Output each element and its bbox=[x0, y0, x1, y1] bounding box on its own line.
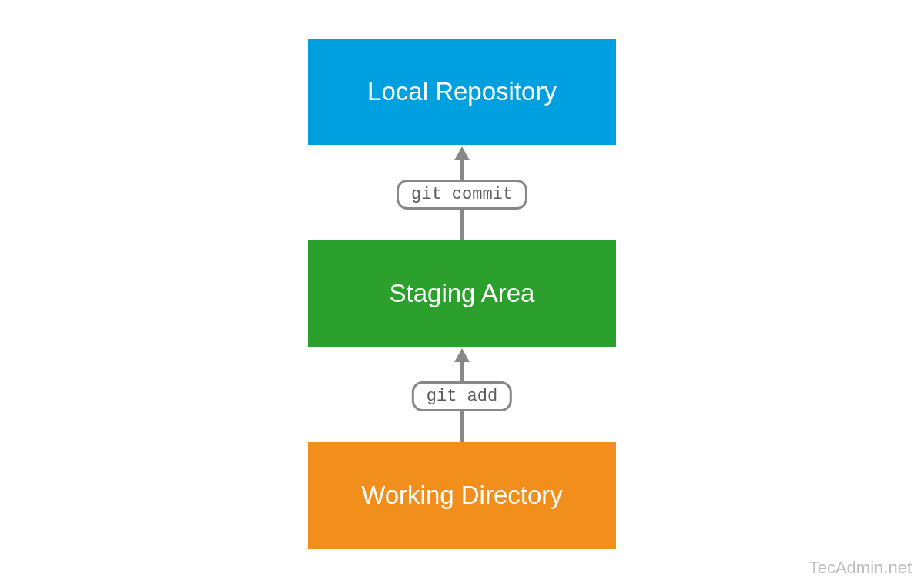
working-directory-box: Working Directory bbox=[308, 442, 616, 549]
arrow-line bbox=[460, 362, 464, 381]
local-repository-label: Local Repository bbox=[367, 77, 557, 106]
arrow-up-icon bbox=[454, 146, 470, 160]
add-connector: git add bbox=[308, 347, 616, 442]
git-commit-pill: git commit bbox=[397, 180, 527, 210]
commit-connector: git commit bbox=[308, 145, 616, 240]
local-repository-box: Local Repository bbox=[308, 39, 616, 145]
arrow-line bbox=[460, 410, 464, 442]
arrow-up-icon bbox=[454, 348, 470, 362]
arrow-line bbox=[460, 160, 464, 180]
credit-label: TecAdmin.net bbox=[809, 558, 912, 578]
staging-area-label: Staging Area bbox=[390, 279, 535, 308]
git-flow-diagram: Local Repository git commit Staging Area… bbox=[0, 0, 924, 584]
git-add-pill: git add bbox=[412, 381, 512, 411]
arrow-line bbox=[460, 208, 464, 240]
git-commit-label: git commit bbox=[411, 185, 513, 204]
staging-area-box: Staging Area bbox=[308, 240, 616, 347]
working-directory-label: Working Directory bbox=[361, 481, 563, 510]
git-add-label: git add bbox=[427, 387, 497, 406]
